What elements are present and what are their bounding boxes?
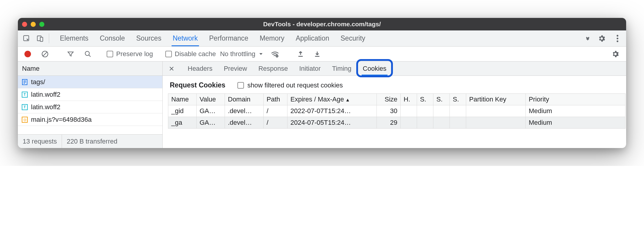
table-cell: / <box>264 105 287 117</box>
detail-tab-initiator[interactable]: Initiator <box>298 61 322 76</box>
request-row[interactable]: tags/ <box>18 76 162 88</box>
table-cell: / <box>264 117 287 129</box>
table-cell: 2022-07-07T15:24… <box>287 105 377 117</box>
kebab-menu-button[interactable] <box>613 34 622 43</box>
tab-console[interactable]: Console <box>99 30 126 46</box>
disable-cache-label: Disable cache <box>175 50 216 58</box>
close-detail-button[interactable] <box>166 61 178 76</box>
request-row[interactable]: Tlatin.woff2 <box>18 101 162 113</box>
detail-tab-response[interactable]: Response <box>257 61 289 76</box>
show-filtered-checkbox[interactable]: show filtered out request cookies <box>237 81 343 89</box>
record-button[interactable] <box>21 51 34 57</box>
preserve-log-checkbox[interactable]: Preserve log <box>107 50 153 58</box>
show-filtered-label: show filtered out request cookies <box>248 81 343 89</box>
table-header-cell[interactable]: S. <box>450 94 466 105</box>
detail-tab-preview[interactable]: Preview <box>223 61 248 76</box>
settings-button[interactable] <box>595 34 609 43</box>
request-list-header[interactable]: Name <box>18 61 162 76</box>
table-cell <box>401 105 417 117</box>
status-bar: 13 requests 220 B transferred <box>18 134 162 148</box>
table-cell: Medium <box>526 117 626 129</box>
tab-security[interactable]: Security <box>339 30 366 46</box>
network-toolbar: Preserve log Disable cache No throttling <box>18 47 626 61</box>
file-type-icon <box>21 79 28 85</box>
export-har-button[interactable] <box>311 50 323 58</box>
table-cell: 29 <box>377 117 401 129</box>
file-type-icon: T <box>21 104 28 110</box>
file-type-icon: T <box>21 91 28 98</box>
table-header-cell[interactable]: Name <box>168 94 197 105</box>
svg-rect-2 <box>40 37 43 41</box>
table-cell: GA… <box>197 117 225 129</box>
search-button[interactable] <box>81 50 94 58</box>
tab-network[interactable]: Network <box>172 30 199 46</box>
svg-point-9 <box>277 56 278 56</box>
zoom-window-button[interactable] <box>39 22 44 27</box>
network-settings-button[interactable] <box>608 50 623 58</box>
table-header-cell[interactable]: Path <box>264 94 287 105</box>
record-icon <box>24 51 31 57</box>
close-window-button[interactable] <box>22 22 27 27</box>
table-cell: .devel… <box>225 117 264 129</box>
table-cell <box>450 105 466 117</box>
request-name: latin.woff2 <box>31 103 159 111</box>
detail-pane: HeadersPreviewResponseInitiatorTimingCoo… <box>163 61 626 148</box>
table-header-cell[interactable]: S. <box>417 94 433 105</box>
titlebar: DevTools - developer.chrome.com/tags/ <box>18 18 626 30</box>
filter-button[interactable] <box>64 50 77 58</box>
table-header-cell[interactable]: Partition Key <box>466 94 526 105</box>
detail-tabs: HeadersPreviewResponseInitiatorTimingCoo… <box>163 61 626 76</box>
devtools-window: DevTools - developer.chrome.com/tags/ El… <box>18 18 626 148</box>
table-cell <box>466 117 526 129</box>
chevron-down-icon <box>258 51 264 57</box>
device-toolbar-button[interactable] <box>33 30 47 46</box>
network-conditions-button[interactable] <box>268 50 282 58</box>
main-tabstrip: ElementsConsoleSourcesNetworkPerformance… <box>18 30 626 47</box>
table-cell: _gid <box>168 105 197 117</box>
table-cell <box>433 117 450 129</box>
table-cell <box>450 117 466 129</box>
table-cell: .devel… <box>225 105 264 117</box>
table-header-cell[interactable]: Expires / Max-Age ▲ <box>287 94 377 105</box>
minimize-window-button[interactable] <box>31 22 36 27</box>
table-header-row: NameValueDomainPathExpires / Max-Age ▲Si… <box>168 94 626 105</box>
table-cell <box>433 105 450 117</box>
table-row[interactable]: _gaGA….devel…/2024-07-05T15:24…29Medium <box>168 117 626 129</box>
throttling-select[interactable]: No throttling <box>220 50 264 58</box>
table-header-cell[interactable]: Size <box>377 94 401 105</box>
svg-rect-11 <box>315 56 320 57</box>
tab-elements[interactable]: Elements <box>59 30 90 46</box>
table-cell: Medium <box>526 105 626 117</box>
detail-tab-headers[interactable]: Headers <box>186 61 214 76</box>
more-tabs-button[interactable] <box>581 30 595 46</box>
table-header-cell[interactable]: Value <box>197 94 225 105</box>
request-list: Name tags/Tlatin.woff2Tlatin.woff2◇main.… <box>18 61 163 148</box>
cookies-section-header: Request Cookies show filtered out reques… <box>163 76 626 93</box>
disable-cache-checkbox[interactable]: Disable cache <box>165 50 216 58</box>
detail-tab-cookies[interactable]: Cookies <box>362 61 388 76</box>
table-cell <box>417 105 433 117</box>
table-row[interactable]: _gidGA….devel…/2022-07-07T15:24…30Medium <box>168 105 626 117</box>
tab-performance[interactable]: Performance <box>208 30 250 46</box>
table-cell: _ga <box>168 117 197 129</box>
request-row[interactable]: ◇main.js?v=6498d36a <box>18 113 162 126</box>
svg-rect-0 <box>24 36 29 41</box>
window-title: DevTools - developer.chrome.com/tags/ <box>18 21 626 28</box>
table-header-cell[interactable]: Priority <box>526 94 626 105</box>
clear-button[interactable] <box>38 50 52 58</box>
window-controls <box>22 22 44 27</box>
request-name: latin.woff2 <box>31 91 159 98</box>
import-har-button[interactable] <box>294 50 307 58</box>
detail-tab-timing[interactable]: Timing <box>331 61 353 76</box>
table-header-cell[interactable]: S. <box>433 94 450 105</box>
request-row[interactable]: Tlatin.woff2 <box>18 88 162 101</box>
table-header-cell[interactable]: Domain <box>225 94 264 105</box>
table-header-cell[interactable]: H. <box>401 94 417 105</box>
tab-sources[interactable]: Sources <box>135 30 162 46</box>
tab-memory[interactable]: Memory <box>259 30 286 46</box>
cookies-table: NameValueDomainPathExpires / Max-Age ▲Si… <box>168 93 626 129</box>
tab-application[interactable]: Application <box>295 30 331 46</box>
svg-rect-10 <box>298 56 303 57</box>
status-requests: 13 requests <box>18 135 62 148</box>
inspect-element-button[interactable] <box>20 30 33 46</box>
